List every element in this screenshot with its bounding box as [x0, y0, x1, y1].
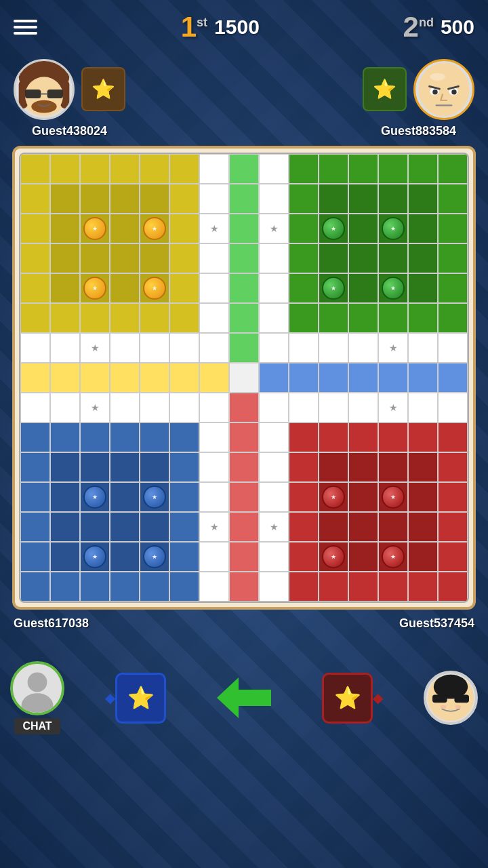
cell-13-14 — [438, 542, 468, 572]
cell-1-0 — [20, 184, 50, 214]
cell-5-2 — [80, 303, 110, 333]
svg-rect-20 — [432, 695, 447, 703]
cell-12-13 — [408, 512, 438, 542]
cell-5-0 — [20, 303, 50, 333]
cell-9-4 — [140, 422, 169, 452]
menu-button[interactable] — [14, 20, 37, 35]
cell-4-6 — [199, 273, 229, 303]
piece-red[interactable]: ★ — [322, 545, 345, 568]
cell-9-9 — [289, 422, 319, 452]
cell-3-7 — [229, 243, 259, 273]
cell-6-2: ★ — [80, 333, 110, 363]
svg-point-16 — [28, 673, 47, 692]
star-box-bottom-blue[interactable]: ⭐ — [115, 673, 166, 724]
cell-4-10: ★ — [319, 273, 348, 303]
cell-12-14 — [438, 512, 468, 542]
cell-9-7 — [229, 422, 259, 452]
game-board: ★★★★★★★★★★★★★★★★★★★★★★★★ — [5, 146, 483, 610]
player-name-bottom-left: Guest617038 — [14, 616, 89, 631]
cell-2-7 — [229, 214, 259, 243]
cell-0-1 — [50, 154, 80, 184]
cell-4-4: ★ — [140, 273, 169, 303]
cell-8-1 — [50, 393, 80, 422]
cell-6-0 — [20, 333, 50, 363]
cell-7-6 — [199, 363, 229, 393]
cell-14-6 — [199, 572, 229, 601]
piece-green[interactable]: ★ — [382, 277, 405, 300]
cell-10-14 — [438, 452, 468, 482]
piece-blue[interactable]: ★ — [143, 545, 166, 568]
piece-yellow[interactable]: ★ — [83, 217, 106, 240]
piece-red[interactable]: ★ — [382, 545, 405, 568]
cell-10-12 — [378, 452, 408, 482]
cell-1-5 — [169, 184, 199, 214]
cell-4-5 — [169, 273, 199, 303]
cell-4-13 — [408, 273, 438, 303]
cell-6-9 — [289, 333, 319, 363]
piece-green[interactable]: ★ — [382, 217, 405, 240]
piece-yellow[interactable]: ★ — [143, 217, 166, 240]
cell-3-3 — [110, 243, 140, 273]
cell-7-1 — [50, 363, 80, 393]
score1: 1500 — [214, 16, 260, 39]
cell-7-2 — [80, 363, 110, 393]
piece-blue[interactable]: ★ — [83, 486, 106, 509]
cell-10-8 — [259, 452, 289, 482]
cell-5-10 — [319, 303, 348, 333]
cell-12-2 — [80, 512, 110, 542]
cell-6-10 — [319, 333, 348, 363]
piece-yellow[interactable]: ★ — [83, 277, 106, 300]
cell-11-6 — [199, 482, 229, 512]
piece-blue[interactable]: ★ — [83, 545, 106, 568]
ludo-board: ★★★★★★★★★★★★★★★★★★★★★★★★ — [19, 153, 469, 603]
piece-red[interactable]: ★ — [382, 486, 405, 509]
cell-2-2: ★ — [80, 214, 110, 243]
cell-8-6 — [199, 393, 229, 422]
cell-4-12: ★ — [378, 273, 408, 303]
cell-7-4 — [140, 363, 169, 393]
top-players: ⭐ Guest438024 ⭐ — [0, 54, 488, 142]
cell-1-6 — [199, 184, 229, 214]
cell-8-14 — [438, 393, 468, 422]
player-name-top-right: Guest883584 — [381, 124, 456, 138]
avatar-bottom-right-container — [424, 671, 478, 725]
cell-5-13 — [408, 303, 438, 333]
cell-11-11 — [348, 482, 378, 512]
cell-11-4: ★ — [140, 482, 169, 512]
star-box-bottom-red[interactable]: ⭐ — [322, 673, 373, 724]
piece-yellow[interactable]: ★ — [143, 277, 166, 300]
cell-2-14 — [438, 214, 468, 243]
cell-0-12 — [378, 154, 408, 184]
header: 1st 1500 2nd 500 — [0, 0, 488, 54]
cell-13-0 — [20, 542, 50, 572]
cell-8-5 — [169, 393, 199, 422]
cell-4-14 — [438, 273, 468, 303]
player-name-top-left: Guest438024 — [32, 124, 107, 138]
cell-11-10: ★ — [319, 482, 348, 512]
cell-3-12 — [378, 243, 408, 273]
piece-red[interactable]: ★ — [322, 486, 345, 509]
cell-8-2: ★ — [80, 393, 110, 422]
piece-green[interactable]: ★ — [322, 277, 345, 300]
cell-9-11 — [348, 422, 378, 452]
cell-10-7 — [229, 452, 259, 482]
cell-1-3 — [110, 184, 140, 214]
cell-12-8: ★ — [259, 512, 289, 542]
cell-6-6 — [199, 333, 229, 363]
cell-7-10 — [319, 363, 348, 393]
cell-2-6: ★ — [199, 214, 229, 243]
player-name-bottom-right: Guest537454 — [399, 616, 474, 631]
chat-section[interactable]: CHAT — [10, 661, 64, 734]
chat-label[interactable]: CHAT — [14, 718, 60, 734]
cell-7-0 — [20, 363, 50, 393]
cell-3-2 — [80, 243, 110, 273]
cell-0-11 — [348, 154, 378, 184]
cell-1-12 — [378, 184, 408, 214]
cell-0-7 — [229, 154, 259, 184]
cell-13-2: ★ — [80, 542, 110, 572]
piece-green[interactable]: ★ — [322, 217, 345, 240]
piece-blue[interactable]: ★ — [143, 486, 166, 509]
cell-5-7 — [229, 303, 259, 333]
cell-4-1 — [50, 273, 80, 303]
cell-12-4 — [140, 512, 169, 542]
